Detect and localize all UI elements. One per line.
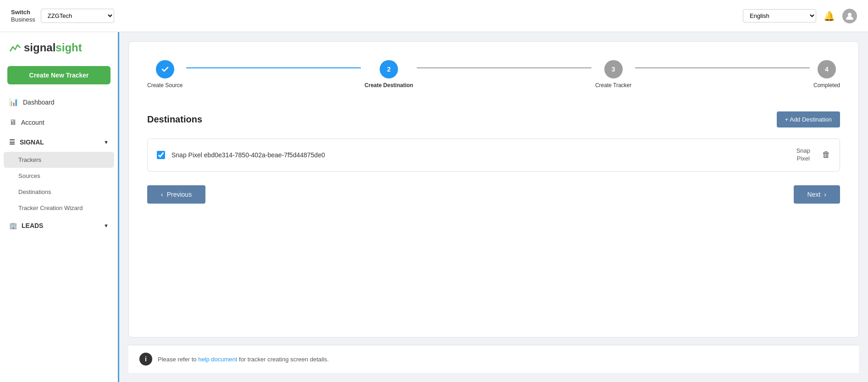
nav-buttons: ‹ Previous Next › <box>147 185 840 204</box>
step-create-destination: 2 Create Destination <box>365 60 413 89</box>
footer-message-before: Please refer to <box>158 356 198 363</box>
language-select[interactable]: English <box>743 9 816 22</box>
topbar-right: English 🔔 <box>743 9 857 23</box>
prev-label: Previous <box>167 191 192 198</box>
step-create-source: Create Source <box>147 60 182 89</box>
switch-business-label: SwitchBusiness <box>11 9 35 23</box>
topbar: SwitchBusiness ZZGTech English 🔔 <box>0 0 868 32</box>
leads-section[interactable]: 🏢 LEADS ▼ <box>0 216 118 235</box>
main-card: Create Source 2 Create Destination 3 Cre… <box>128 41 859 338</box>
logo-sight: sight <box>55 41 82 54</box>
sidebar-item-sources[interactable]: Sources <box>0 168 118 184</box>
leads-chevron-icon: ▼ <box>104 223 109 228</box>
sidebar-item-account[interactable]: 🖥 Account <box>0 112 118 133</box>
sidebar-item-trackers[interactable]: Trackers <box>4 152 114 168</box>
sidebar: signalsight Create New Tracker 📊 Dashboa… <box>0 32 119 382</box>
account-icon: 🖥 <box>9 118 17 127</box>
footer-text: Please refer to help document for tracke… <box>158 356 329 363</box>
avatar[interactable] <box>842 9 857 23</box>
add-destination-button[interactable]: + Add Destination <box>777 111 840 127</box>
step-label-4: Completed <box>813 82 840 89</box>
logo-signal: signal <box>24 41 55 54</box>
next-button[interactable]: Next › <box>794 185 840 204</box>
main-layout: signalsight Create New Tracker 📊 Dashboa… <box>0 32 868 382</box>
signal-section[interactable]: ☰ SIGNAL ▼ <box>0 133 118 152</box>
section-header: Destinations + Add Destination <box>147 111 840 127</box>
connector-1-2 <box>186 67 361 68</box>
footer-bar: i Please refer to help document for trac… <box>128 345 859 373</box>
leads-section-icon: 🏢 <box>9 222 17 229</box>
next-chevron-icon: › <box>824 191 826 198</box>
delete-icon[interactable]: 🗑 <box>822 150 830 160</box>
step-completed: 4 Completed <box>813 60 840 89</box>
connector-2-3 <box>417 67 592 68</box>
previous-button[interactable]: ‹ Previous <box>147 185 205 204</box>
destination-checkbox[interactable] <box>157 151 165 159</box>
prev-chevron-icon: ‹ <box>161 191 163 198</box>
business-select[interactable]: ZZGTech <box>41 9 114 23</box>
step-create-tracker: 3 Create Tracker <box>595 60 631 89</box>
sidebar-item-label-account: Account <box>21 119 44 126</box>
content-area: Create Source 2 Create Destination 3 Cre… <box>119 32 868 382</box>
sidebar-item-dashboard[interactable]: 📊 Dashboard <box>0 92 118 112</box>
help-document-link[interactable]: help document <box>198 356 237 363</box>
step-label-2: Create Destination <box>365 82 413 89</box>
stepper: Create Source 2 Create Destination 3 Cre… <box>147 60 840 89</box>
connector-3-4 <box>635 67 810 68</box>
section-title: Destinations <box>147 114 202 125</box>
destination-type: SnapPixel <box>796 147 810 163</box>
sidebar-item-tracker-creation-wizard[interactable]: Tracker Creation Wizard <box>0 200 118 216</box>
leads-section-label: LEADS <box>22 222 43 229</box>
destination-name: Snap Pixel ebd0e314-7850-402a-beae-7f5d4… <box>171 151 790 159</box>
sidebar-item-destinations[interactable]: Destinations <box>0 184 118 200</box>
step-circle-2: 2 <box>380 60 398 78</box>
signal-chevron-icon: ▼ <box>104 139 109 145</box>
step-label-1: Create Source <box>147 82 182 89</box>
logo: signalsight <box>0 32 118 61</box>
dashboard-icon: 📊 <box>9 98 18 106</box>
sidebar-item-label-dashboard: Dashboard <box>23 99 55 106</box>
create-new-tracker-button[interactable]: Create New Tracker <box>7 66 111 84</box>
step-label-3: Create Tracker <box>595 82 631 89</box>
signal-section-icon: ☰ <box>9 138 15 146</box>
destination-row: Snap Pixel ebd0e314-7850-402a-beae-7f5d4… <box>147 138 840 172</box>
info-icon: i <box>139 353 152 365</box>
topbar-left: SwitchBusiness ZZGTech <box>11 9 114 23</box>
bell-icon[interactable]: 🔔 <box>824 11 835 22</box>
footer-message-after: for tracker creating screen details. <box>237 356 328 363</box>
next-label: Next <box>807 191 821 198</box>
step-circle-3: 3 <box>604 60 623 78</box>
step-circle-1 <box>156 60 174 78</box>
step-circle-4: 4 <box>818 60 836 78</box>
logo-chart-icon <box>9 41 22 54</box>
sidebar-nav: 📊 Dashboard 🖥 Account ☰ SIGNAL ▼ Tracker… <box>0 92 118 382</box>
signal-section-label: SIGNAL <box>20 138 44 146</box>
svg-point-0 <box>848 13 851 17</box>
